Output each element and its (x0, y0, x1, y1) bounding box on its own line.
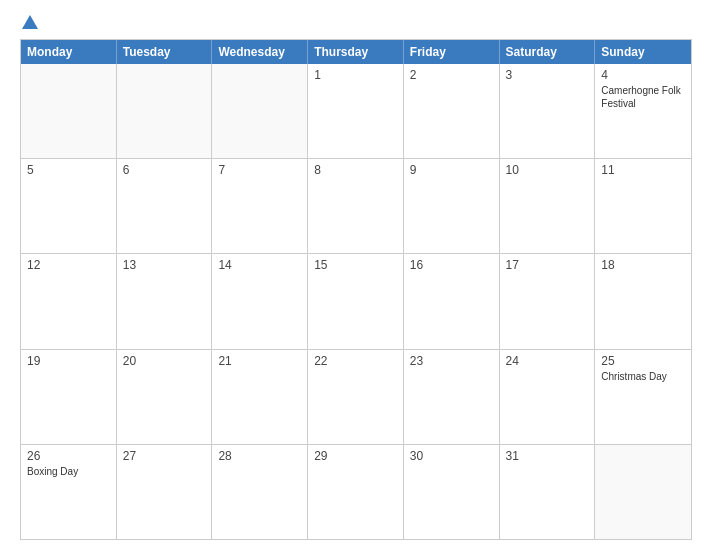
calendar-header: MondayTuesdayWednesdayThursdayFridaySatu… (21, 40, 691, 64)
calendar-cell (117, 64, 213, 158)
weekday-header: Sunday (595, 40, 691, 64)
calendar-cell: 10 (500, 159, 596, 253)
calendar-page: MondayTuesdayWednesdayThursdayFridaySatu… (0, 0, 712, 550)
day-number: 9 (410, 163, 493, 177)
calendar-cell: 18 (595, 254, 691, 348)
calendar-cell: 1 (308, 64, 404, 158)
calendar-cell: 16 (404, 254, 500, 348)
day-number: 28 (218, 449, 301, 463)
day-number: 7 (218, 163, 301, 177)
day-number: 29 (314, 449, 397, 463)
day-number: 22 (314, 354, 397, 368)
calendar-cell: 25Christmas Day (595, 350, 691, 444)
calendar-event: Boxing Day (27, 465, 110, 478)
calendar-event: Camerhogne Folk Festival (601, 84, 685, 110)
calendar-week-row: 26Boxing Day2728293031 (21, 445, 691, 539)
day-number: 4 (601, 68, 685, 82)
day-number: 13 (123, 258, 206, 272)
calendar-cell: 3 (500, 64, 596, 158)
calendar-week-row: 567891011 (21, 159, 691, 254)
day-number: 12 (27, 258, 110, 272)
calendar-cell: 2 (404, 64, 500, 158)
calendar-cell: 28 (212, 445, 308, 539)
day-number: 6 (123, 163, 206, 177)
day-number: 14 (218, 258, 301, 272)
day-number: 1 (314, 68, 397, 82)
calendar-cell: 13 (117, 254, 213, 348)
day-number: 10 (506, 163, 589, 177)
calendar-cell: 22 (308, 350, 404, 444)
calendar-cell: 8 (308, 159, 404, 253)
logo-triangle-icon (22, 15, 38, 29)
calendar-cell: 5 (21, 159, 117, 253)
calendar-week-row: 19202122232425Christmas Day (21, 350, 691, 445)
calendar-cell (21, 64, 117, 158)
logo-top (20, 15, 38, 29)
weekday-header: Monday (21, 40, 117, 64)
calendar-cell: 6 (117, 159, 213, 253)
day-number: 27 (123, 449, 206, 463)
calendar-event: Christmas Day (601, 370, 685, 383)
calendar-week-row: 12131415161718 (21, 254, 691, 349)
day-number: 3 (506, 68, 589, 82)
day-number: 26 (27, 449, 110, 463)
day-number: 15 (314, 258, 397, 272)
calendar-cell: 24 (500, 350, 596, 444)
calendar-cell: 9 (404, 159, 500, 253)
weekday-header: Tuesday (117, 40, 213, 64)
day-number: 11 (601, 163, 685, 177)
weekday-header: Saturday (500, 40, 596, 64)
calendar-grid: MondayTuesdayWednesdayThursdayFridaySatu… (20, 39, 692, 540)
weekday-header: Friday (404, 40, 500, 64)
calendar-cell: 19 (21, 350, 117, 444)
day-number: 2 (410, 68, 493, 82)
day-number: 19 (27, 354, 110, 368)
day-number: 24 (506, 354, 589, 368)
page-header (20, 15, 692, 29)
calendar-cell (212, 64, 308, 158)
calendar-cell: 4Camerhogne Folk Festival (595, 64, 691, 158)
calendar-cell: 30 (404, 445, 500, 539)
day-number: 5 (27, 163, 110, 177)
calendar-cell: 26Boxing Day (21, 445, 117, 539)
day-number: 25 (601, 354, 685, 368)
day-number: 18 (601, 258, 685, 272)
day-number: 21 (218, 354, 301, 368)
calendar-week-row: 1234Camerhogne Folk Festival (21, 64, 691, 159)
calendar-cell: 23 (404, 350, 500, 444)
day-number: 30 (410, 449, 493, 463)
day-number: 17 (506, 258, 589, 272)
calendar-cell: 31 (500, 445, 596, 539)
day-number: 23 (410, 354, 493, 368)
day-number: 31 (506, 449, 589, 463)
day-number: 20 (123, 354, 206, 368)
weekday-header: Thursday (308, 40, 404, 64)
day-number: 8 (314, 163, 397, 177)
calendar-cell: 20 (117, 350, 213, 444)
calendar-cell: 27 (117, 445, 213, 539)
calendar-cell: 17 (500, 254, 596, 348)
calendar-cell: 15 (308, 254, 404, 348)
day-number: 16 (410, 258, 493, 272)
calendar-cell: 14 (212, 254, 308, 348)
calendar-cell: 29 (308, 445, 404, 539)
logo (20, 15, 38, 29)
calendar-cell: 21 (212, 350, 308, 444)
calendar-cell: 7 (212, 159, 308, 253)
weekday-header: Wednesday (212, 40, 308, 64)
calendar-cell: 12 (21, 254, 117, 348)
calendar-cell (595, 445, 691, 539)
calendar-body: 1234Camerhogne Folk Festival567891011121… (21, 64, 691, 539)
calendar-cell: 11 (595, 159, 691, 253)
